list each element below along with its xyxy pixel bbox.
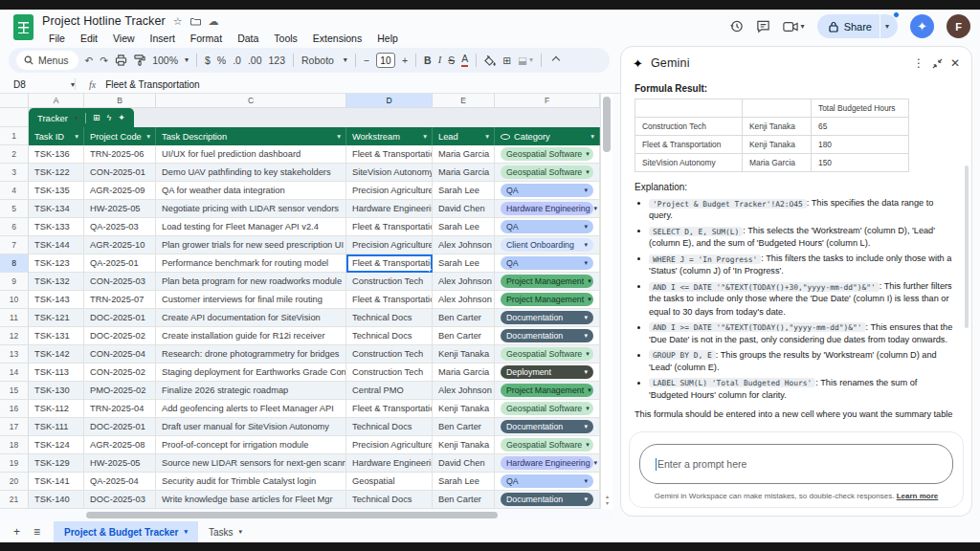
cell-task-description[interactable]: Load testing for Fleet Manager API v2.4 — [156, 218, 346, 236]
cell-lead[interactable]: Ben Carter — [433, 309, 495, 327]
sheet-tab-caret-icon[interactable]: ▾ — [239, 528, 243, 536]
prompt-input[interactable]: Enter a prompt here — [639, 444, 953, 484]
category-chip[interactable]: Geospatial Software▾ — [501, 347, 593, 361]
learn-more-link[interactable]: Learn more — [897, 492, 939, 500]
cell-workstream[interactable]: Technical Docs — [346, 327, 433, 345]
cell-workstream[interactable]: Fleet & Transportation — [346, 400, 433, 418]
header-cell-task-id[interactable]: Task ID▾ — [29, 127, 84, 145]
decrease-font-size-button[interactable]: − — [364, 55, 369, 66]
header-filter-caret-icon[interactable]: ▾ — [146, 132, 150, 141]
category-chip[interactable]: Geospatial Software▾ — [501, 147, 593, 161]
cell-workstream[interactable]: Hardware Engineering — [346, 454, 433, 473]
cell-task-description[interactable]: Create API documentation for SiteVision — [156, 309, 346, 327]
row-number-19[interactable]: 19 — [0, 454, 29, 473]
row-number-13[interactable]: 13 — [0, 345, 29, 364]
cell-lead[interactable]: Kenji Tanaka — [433, 436, 495, 454]
menu-insert[interactable]: Insert — [144, 32, 182, 45]
cell-category[interactable]: Geospatial Software▾ — [495, 145, 600, 164]
header-cell-workstream[interactable]: Workstream▾ — [346, 127, 433, 145]
cell-task-description[interactable]: Add geofencing alerts to Fleet Manager A… — [156, 400, 346, 418]
row-number-8[interactable]: 8 — [0, 254, 29, 273]
cell-task-description[interactable]: Draft user manual for SiteVision Autonom… — [156, 418, 346, 436]
cell-category[interactable]: Deployment▾ — [495, 364, 600, 382]
cell-workstream[interactable]: Technical Docs — [346, 309, 433, 327]
name-box[interactable]: D8 ▾ — [0, 79, 75, 90]
cell-lead[interactable]: Alex Johnson — [433, 273, 495, 291]
horizontal-scrollbar[interactable] — [0, 509, 612, 521]
category-chip[interactable]: Project Management▾ — [501, 293, 593, 306]
header-cell-project-code[interactable]: Project Code▾ — [84, 127, 156, 145]
print-button[interactable] — [115, 55, 127, 66]
cell-project-code[interactable]: QA-2025-04 — [84, 473, 156, 491]
italic-button[interactable]: I — [438, 55, 442, 66]
header-cell-category[interactable]: Category▾ — [495, 127, 600, 145]
cell-category[interactable]: Documentation▾ — [495, 491, 600, 509]
cell-workstream[interactable]: Precision Agriculture — [346, 182, 433, 200]
vertical-scrollbar[interactable]: ▴▾ — [600, 94, 612, 509]
column-letter-A[interactable]: A — [29, 94, 84, 108]
account-avatar[interactable]: F — [947, 14, 970, 38]
menu-format[interactable]: Format — [184, 32, 229, 45]
cell-project-code[interactable]: TRN-2025-07 — [84, 291, 156, 309]
add-sheet-button[interactable]: + — [13, 525, 20, 539]
cell-category[interactable]: Geospatial Software▾ — [495, 345, 600, 364]
header-cell-task-description[interactable]: Task Description▾ — [156, 127, 346, 145]
row-number-7[interactable]: 7 — [0, 236, 29, 254]
row-number-4[interactable]: 4 — [0, 182, 29, 200]
panel-scrollbar-thumb[interactable] — [965, 165, 969, 328]
cell-category[interactable]: Project Management▾ — [495, 291, 600, 309]
cell-task-id[interactable]: TSK-133 — [29, 218, 84, 236]
cell-category[interactable]: Geospatial Software▾ — [495, 436, 600, 454]
category-chip[interactable]: Documentation▾ — [501, 311, 593, 324]
row-number-18[interactable]: 18 — [0, 436, 29, 454]
cell-lead[interactable]: Maria Garcia — [433, 145, 495, 164]
increase-decimals-button[interactable]: .00 — [248, 55, 262, 66]
cell-project-code[interactable]: CON-2025-01 — [84, 164, 156, 182]
row-number-20[interactable]: 20 — [0, 473, 29, 491]
cell-workstream[interactable]: Construction Tech — [346, 345, 433, 364]
cell-project-code[interactable]: PMO-2025-02 — [84, 382, 156, 400]
bold-button[interactable]: B — [424, 55, 432, 66]
font-size-input[interactable]: 10 — [376, 53, 395, 68]
menu-tools[interactable]: Tools — [267, 32, 304, 45]
category-chip[interactable]: Project Management▾ — [501, 275, 593, 288]
cell-task-description[interactable]: Write knowledge base articles for Fleet … — [156, 491, 346, 509]
all-sheets-button[interactable]: ≡ — [33, 525, 40, 539]
cell-lead[interactable]: Alex Johnson — [433, 291, 495, 309]
cell-lead[interactable]: David Chen — [433, 200, 495, 218]
cell-category[interactable]: Client Onboarding▾ — [495, 236, 600, 254]
more-formats-button[interactable]: 123 — [269, 55, 286, 66]
menu-edit[interactable]: Edit — [74, 32, 104, 45]
cell-category[interactable]: Geospatial Software▾ — [495, 164, 600, 182]
cell-lead[interactable]: David Chen — [433, 454, 495, 473]
cell-lead[interactable]: Sarah Lee — [433, 473, 495, 491]
cell-task-description[interactable]: Customer interviews for final mile routi… — [156, 291, 346, 309]
cell-workstream[interactable]: Fleet & Transportation — [346, 145, 433, 164]
cell-task-description[interactable]: Proof-of-concept for irrigation module — [156, 436, 346, 454]
fill-color-button[interactable] — [484, 55, 496, 66]
font-select[interactable]: Roboto ▾ — [301, 55, 347, 66]
row-number-5[interactable]: 5 — [0, 200, 29, 218]
cell-task-description[interactable]: Negotiate pricing with LIDAR sensor vend… — [156, 200, 346, 218]
cell-category[interactable]: Hardware Engineering▾ — [495, 454, 600, 473]
meet-camera-button[interactable]: ▾ — [783, 21, 805, 33]
row-number-21[interactable]: 21 — [0, 491, 29, 509]
row-number-17[interactable]: 17 — [0, 418, 29, 436]
undo-button[interactable]: ↶ — [85, 55, 94, 66]
move-folder-icon[interactable] — [190, 17, 201, 26]
selection-fill-handle[interactable] — [429, 269, 433, 273]
cell-project-code[interactable]: DOC-2025-01 — [84, 418, 156, 436]
increase-font-size-button[interactable]: + — [402, 55, 408, 66]
row-number-6[interactable]: 6 — [0, 218, 29, 236]
redo-button[interactable]: ↷ — [100, 55, 108, 66]
category-chip[interactable]: Documentation▾ — [501, 493, 593, 506]
cell-lead[interactable]: Ben Carter — [433, 418, 495, 436]
category-chip[interactable]: Hardware Engineering▾ — [501, 202, 593, 215]
cell-task-description[interactable]: Create installation guide for R12i recei… — [156, 327, 346, 345]
decrease-decimals-button[interactable]: .0 — [233, 55, 241, 66]
table-quick-action-icon[interactable]: ϟ — [106, 113, 111, 122]
cell-category[interactable]: QA▾ — [495, 473, 600, 491]
sheets-logo-icon[interactable] — [13, 14, 33, 40]
menu-help[interactable]: Help — [370, 32, 405, 45]
cell-task-id[interactable]: TSK-123 — [29, 254, 84, 273]
